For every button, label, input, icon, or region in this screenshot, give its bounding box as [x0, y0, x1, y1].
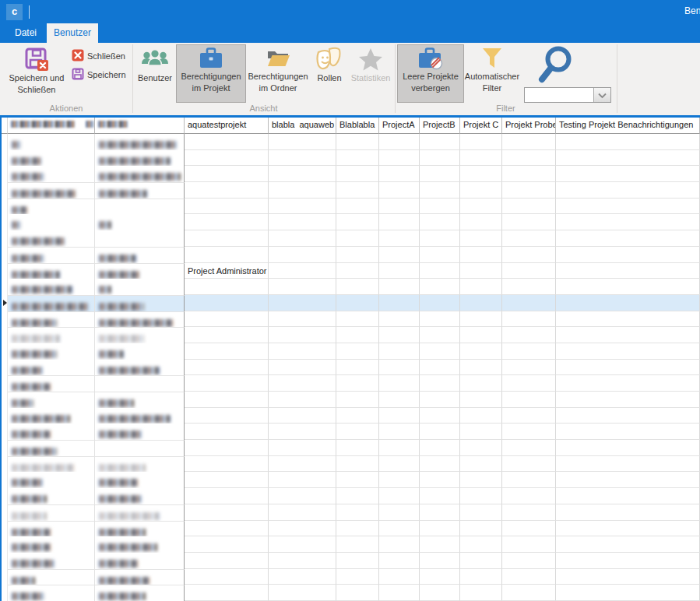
permission-cell[interactable] — [185, 440, 269, 456]
permission-cell[interactable] — [556, 150, 700, 167]
column-header-project[interactable]: Projekt Probe — [502, 118, 556, 134]
permission-cell[interactable] — [420, 214, 460, 230]
permission-cell[interactable] — [556, 536, 700, 553]
table-row[interactable] — [2, 408, 700, 424]
permission-cell[interactable] — [460, 585, 502, 601]
permission-cell[interactable] — [379, 408, 420, 424]
permission-cell[interactable] — [336, 166, 379, 182]
permission-cell[interactable] — [379, 327, 420, 343]
permission-cell[interactable] — [379, 295, 420, 311]
permission-cell[interactable] — [556, 327, 700, 343]
permission-cell[interactable] — [502, 230, 556, 247]
permission-cell[interactable] — [502, 311, 556, 328]
permission-cell[interactable] — [420, 472, 460, 488]
permission-cell[interactable] — [336, 134, 379, 150]
permission-cell[interactable] — [336, 585, 379, 601]
permission-cell[interactable] — [269, 182, 336, 199]
permission-cell[interactable] — [460, 199, 502, 215]
permission-cell[interactable] — [460, 247, 502, 263]
table-row[interactable] — [2, 536, 700, 553]
permission-cell[interactable] — [420, 199, 460, 215]
permission-cell[interactable] — [502, 375, 556, 392]
column-header-project[interactable]: Projekt C — [460, 118, 502, 134]
permission-cell[interactable] — [460, 569, 502, 585]
permission-cell[interactable] — [379, 504, 420, 521]
permission-cell[interactable] — [502, 360, 556, 376]
permission-cell[interactable] — [336, 504, 379, 521]
table-row[interactable] — [2, 327, 700, 343]
berechtigungen-im-projekt-button[interactable]: Berechtigungen im Projekt — [176, 44, 246, 103]
permission-cell[interactable] — [379, 150, 420, 167]
permission-cell[interactable] — [379, 230, 420, 247]
permission-cell[interactable] — [460, 440, 502, 456]
permission-cell[interactable] — [460, 488, 502, 504]
permission-cell[interactable] — [379, 585, 420, 601]
permission-cell[interactable] — [379, 263, 420, 279]
permission-cell[interactable] — [420, 134, 460, 150]
permission-cell[interactable] — [185, 295, 269, 311]
permission-cell[interactable] — [336, 295, 379, 311]
permission-cell[interactable] — [336, 327, 379, 343]
permission-cell[interactable] — [379, 247, 420, 263]
permission-cell[interactable] — [556, 392, 700, 408]
permission-cell[interactable] — [336, 472, 379, 488]
search-input[interactable] — [525, 88, 598, 102]
permission-cell[interactable] — [379, 553, 420, 569]
permission-cell[interactable] — [502, 150, 556, 167]
permission-cell[interactable] — [379, 134, 420, 150]
permission-cell[interactable] — [269, 504, 336, 521]
permission-cell[interactable] — [460, 375, 502, 392]
permission-cell[interactable] — [379, 488, 420, 504]
permission-cell[interactable] — [379, 214, 420, 230]
permission-cell[interactable] — [420, 263, 460, 279]
permission-cell[interactable] — [420, 150, 460, 167]
permission-cell[interactable] — [185, 134, 269, 150]
permission-cell[interactable] — [336, 199, 379, 215]
permission-cell[interactable] — [379, 424, 420, 440]
permission-cell[interactable] — [185, 247, 269, 263]
permission-cell[interactable] — [379, 343, 420, 360]
permission-cell[interactable] — [269, 360, 336, 376]
table-row[interactable] — [2, 247, 700, 263]
search-combobox[interactable] — [524, 87, 611, 103]
permission-cell[interactable] — [336, 375, 379, 392]
permission-cell[interactable] — [336, 343, 379, 360]
permission-cell[interactable] — [185, 230, 269, 247]
leere-projekte-verbergen-button[interactable]: Leere Projekte verbergen — [397, 44, 464, 103]
permission-cell[interactable] — [420, 440, 460, 456]
permission-cell[interactable] — [556, 585, 700, 601]
permission-cell[interactable] — [185, 166, 269, 182]
permission-cell[interactable] — [502, 488, 556, 504]
permission-cell[interactable] — [502, 166, 556, 182]
permission-cell[interactable] — [185, 360, 269, 376]
permission-cell[interactable] — [556, 214, 700, 230]
table-row[interactable] — [2, 440, 700, 456]
permission-cell[interactable] — [502, 263, 556, 279]
permission-cell[interactable] — [185, 553, 269, 569]
permission-cell[interactable] — [460, 360, 502, 376]
permission-cell[interactable] — [420, 327, 460, 343]
permission-cell[interactable] — [556, 521, 700, 537]
permission-cell[interactable] — [460, 214, 502, 230]
permission-cell[interactable] — [502, 279, 556, 295]
permission-cell[interactable] — [379, 536, 420, 553]
permission-cell[interactable] — [460, 327, 502, 343]
automatischer-filter-button[interactable]: Automatischer Filter — [464, 45, 520, 101]
table-row[interactable] — [2, 392, 700, 408]
permission-cell[interactable] — [420, 569, 460, 585]
permission-cell[interactable] — [269, 424, 336, 440]
permission-cell[interactable] — [460, 150, 502, 167]
table-row[interactable] — [2, 504, 700, 521]
permission-cell[interactable] — [185, 375, 269, 392]
app-icon[interactable]: c — [6, 4, 23, 20]
permission-cell[interactable] — [556, 134, 700, 150]
column-header-project[interactable]: blabla aquaweb — [269, 118, 336, 134]
permission-cell[interactable] — [269, 263, 336, 279]
permission-cell[interactable] — [336, 440, 379, 456]
permission-cell[interactable] — [420, 553, 460, 569]
permission-cell[interactable] — [502, 408, 556, 424]
save-button[interactable]: Speichern — [72, 68, 126, 83]
permission-cell[interactable] — [556, 375, 700, 392]
permission-cell[interactable] — [379, 569, 420, 585]
permission-cell[interactable] — [556, 311, 700, 328]
